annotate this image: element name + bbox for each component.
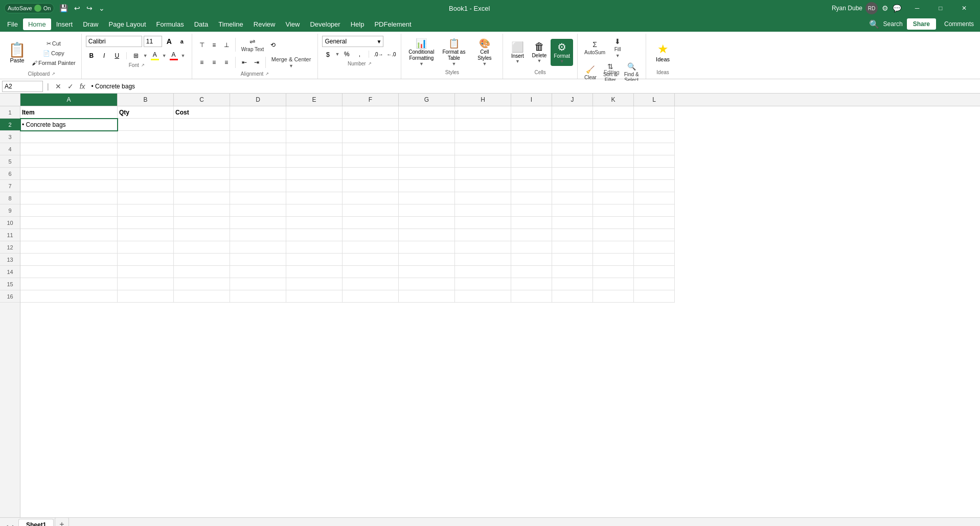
cell-l7[interactable] — [634, 180, 675, 192]
format-button[interactable]: ⚙ Format ▼ — [551, 39, 573, 66]
font-color-dropdown[interactable]: ▼ — [181, 53, 186, 58]
sheet-scroll-left-button[interactable]: ◀ — [2, 522, 10, 526]
cell-c15[interactable] — [174, 278, 230, 290]
share-button[interactable]: Share — [907, 18, 936, 30]
col-header-l[interactable]: L — [634, 94, 675, 106]
cell-h4[interactable] — [455, 143, 511, 155]
cell-h5[interactable] — [455, 155, 511, 168]
cell-b14[interactable] — [118, 266, 174, 278]
cell-i8[interactable] — [511, 192, 552, 204]
cell-g15[interactable] — [399, 278, 455, 290]
font-color-button[interactable]: A — [168, 50, 179, 61]
row-num-4[interactable]: 4 — [0, 143, 20, 155]
cell-e8[interactable] — [286, 192, 343, 204]
cell-c16[interactable] — [174, 290, 230, 303]
cell-f8[interactable] — [343, 192, 399, 204]
cell-h14[interactable] — [455, 266, 511, 278]
sheet-scroll-right-button[interactable]: ▶ — [10, 522, 18, 526]
cell-e7[interactable] — [286, 180, 343, 192]
cell-f10[interactable] — [343, 217, 399, 229]
cell-f3[interactable] — [343, 131, 399, 143]
bold-button[interactable]: B — [86, 50, 97, 61]
merge-center-button[interactable]: Merge & Center ▼ — [269, 55, 314, 70]
cell-a12[interactable] — [20, 241, 118, 254]
cell-i14[interactable] — [511, 266, 552, 278]
cell-j6[interactable] — [552, 168, 593, 180]
row-num-12[interactable]: 12 — [0, 241, 20, 254]
cell-h7[interactable] — [455, 180, 511, 192]
cell-g5[interactable] — [399, 155, 455, 168]
cell-h10[interactable] — [455, 217, 511, 229]
cell-g2[interactable] — [399, 119, 455, 131]
cell-c12[interactable] — [174, 241, 230, 254]
cell-i12[interactable] — [511, 241, 552, 254]
cell-a11[interactable] — [20, 229, 118, 241]
cell-b15[interactable] — [118, 278, 174, 290]
cell-c9[interactable] — [174, 204, 230, 217]
cell-k3[interactable] — [593, 131, 634, 143]
cell-d12[interactable] — [230, 241, 286, 254]
font-size-input[interactable] — [144, 36, 162, 47]
cell-c13[interactable] — [174, 254, 230, 266]
menu-developer[interactable]: Developer — [305, 18, 345, 30]
cell-l2[interactable] — [634, 119, 675, 131]
cell-g11[interactable] — [399, 229, 455, 241]
fill-color-button[interactable]: A — [149, 50, 161, 61]
cell-j11[interactable] — [552, 229, 593, 241]
align-middle-button[interactable]: ≡ — [209, 39, 220, 51]
cell-j5[interactable] — [552, 155, 593, 168]
number-expand-icon[interactable]: ↗ — [368, 61, 372, 66]
cell-g4[interactable] — [399, 143, 455, 155]
cell-l11[interactable] — [634, 229, 675, 241]
name-box[interactable] — [2, 81, 43, 92]
cell-f15[interactable] — [343, 278, 399, 290]
cell-d4[interactable] — [230, 143, 286, 155]
cell-l4[interactable] — [634, 143, 675, 155]
settings-icon[interactable]: ⚙ — [882, 4, 888, 12]
cell-c2[interactable] — [174, 119, 230, 131]
minimize-button[interactable]: ─ — [905, 0, 929, 16]
cell-f6[interactable] — [343, 168, 399, 180]
cell-g14[interactable] — [399, 266, 455, 278]
cell-g9[interactable] — [399, 204, 455, 217]
row-num-9[interactable]: 9 — [0, 204, 20, 217]
cell-a5[interactable] — [20, 155, 118, 168]
cell-h11[interactable] — [455, 229, 511, 241]
border-button[interactable]: ⊞ — [130, 50, 142, 61]
cell-a3[interactable] — [20, 131, 118, 143]
row-num-8[interactable]: 8 — [0, 192, 20, 204]
customize-button[interactable]: ⌄ — [97, 3, 107, 13]
fx-button[interactable]: fx — [78, 81, 87, 92]
cell-styles-button[interactable]: 🎨 CellStyles ▼ — [470, 36, 498, 68]
row-num-14[interactable]: 14 — [0, 266, 20, 278]
wrap-text-button[interactable]: ⇌ Wrap Text — [239, 36, 267, 54]
cell-d5[interactable] — [230, 155, 286, 168]
cell-a15[interactable] — [20, 278, 118, 290]
cell-i1[interactable] — [511, 106, 552, 119]
cell-i3[interactable] — [511, 131, 552, 143]
decrease-indent-button[interactable]: ⇤ — [239, 57, 250, 68]
menu-draw[interactable]: Draw — [78, 18, 103, 30]
cell-l15[interactable] — [634, 278, 675, 290]
row-num-11[interactable]: 11 — [0, 229, 20, 241]
font-expand-icon[interactable]: ↗ — [141, 63, 145, 67]
cell-c1[interactable]: Cost — [174, 106, 230, 119]
cell-e2[interactable] — [286, 119, 343, 131]
delete-button[interactable]: 🗑 Delete ▼ — [529, 39, 550, 65]
cell-a16[interactable] — [20, 290, 118, 303]
cell-h12[interactable] — [455, 241, 511, 254]
cell-l13[interactable] — [634, 254, 675, 266]
cell-d3[interactable] — [230, 131, 286, 143]
cell-i7[interactable] — [511, 180, 552, 192]
col-header-f[interactable]: F — [343, 94, 399, 106]
cell-a8[interactable] — [20, 192, 118, 204]
autosum-button[interactable]: Σ AutoSum — [582, 39, 608, 57]
cell-l16[interactable] — [634, 290, 675, 303]
col-header-g[interactable]: G — [399, 94, 455, 106]
cell-c10[interactable] — [174, 217, 230, 229]
cell-i5[interactable] — [511, 155, 552, 168]
menu-formulas[interactable]: Formulas — [151, 18, 189, 30]
cell-d15[interactable] — [230, 278, 286, 290]
underline-button[interactable]: U — [111, 50, 123, 61]
cell-g8[interactable] — [399, 192, 455, 204]
